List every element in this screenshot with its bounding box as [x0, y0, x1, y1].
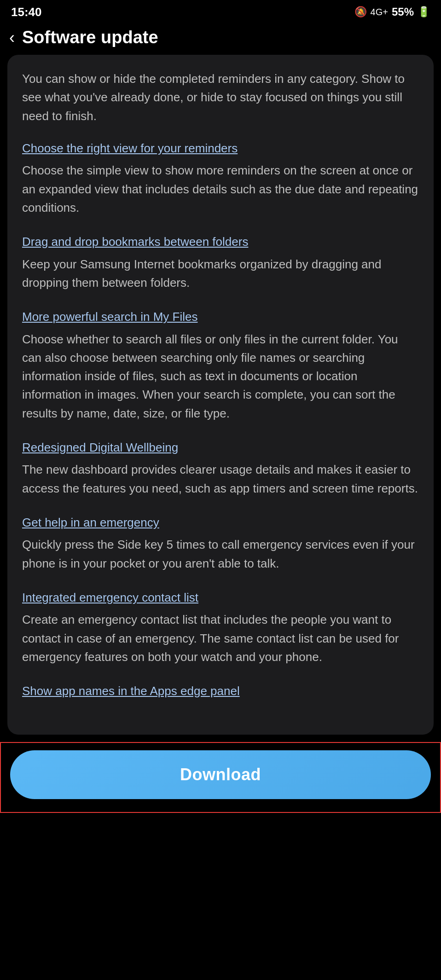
app-header: ‹ Software update: [0, 22, 441, 55]
battery-indicator: 55%: [392, 6, 414, 18]
feature-section-apps-edge: Show app names in the Apps edge panel: [22, 683, 419, 699]
feature-title-emergency-contacts[interactable]: Integrated emergency contact list: [22, 589, 419, 606]
feature-section-reminders: Choose the right view for your reminders…: [22, 140, 419, 217]
download-button[interactable]: Download: [10, 750, 431, 799]
status-time: 15:40: [11, 5, 42, 19]
back-button[interactable]: ‹: [9, 29, 15, 46]
feature-section-emergency: Get help in an emergency Quickly press t…: [22, 514, 419, 573]
feature-title-myfiles[interactable]: More powerful search in My Files: [22, 308, 419, 325]
mute-icon: 🔕: [354, 6, 367, 18]
feature-section-emergency-contacts: Integrated emergency contact list Create…: [22, 589, 419, 666]
feature-title-apps-edge[interactable]: Show app names in the Apps edge panel: [22, 683, 419, 699]
feature-section-myfiles: More powerful search in My Files Choose …: [22, 308, 419, 423]
feature-title-reminders[interactable]: Choose the right view for your reminders: [22, 140, 419, 157]
feature-section-bookmarks: Drag and drop bookmarks between folders …: [22, 233, 419, 292]
status-icons: 🔕 4G+ 55% 🔋: [354, 6, 430, 18]
feature-title-emergency[interactable]: Get help in an emergency: [22, 514, 419, 531]
feature-desc-bookmarks: Keep your Samsung Internet bookmarks org…: [22, 255, 419, 292]
feature-desc-reminders: Choose the simple view to show more remi…: [22, 161, 419, 217]
status-bar: 15:40 🔕 4G+ 55% 🔋: [0, 0, 441, 22]
feature-section-wellbeing: Redesigned Digital Wellbeing The new das…: [22, 439, 419, 498]
feature-desc-emergency: Quickly press the Side key 5 times to ca…: [22, 535, 419, 573]
content-card: You can show or hide the completed remin…: [7, 55, 434, 735]
bottom-bar: Download: [0, 742, 441, 813]
feature-title-wellbeing[interactable]: Redesigned Digital Wellbeing: [22, 439, 419, 456]
page-title: Software update: [22, 28, 158, 47]
signal-icon: 4G+: [371, 7, 388, 17]
feature-desc-myfiles: Choose whether to search all files or on…: [22, 330, 419, 423]
feature-title-bookmarks[interactable]: Drag and drop bookmarks between folders: [22, 233, 419, 250]
intro-text: You can show or hide the completed remin…: [22, 70, 419, 125]
battery-icon: 🔋: [418, 6, 430, 18]
feature-desc-wellbeing: The new dashboard provides clearer usage…: [22, 460, 419, 498]
feature-desc-emergency-contacts: Create an emergency contact list that in…: [22, 610, 419, 666]
